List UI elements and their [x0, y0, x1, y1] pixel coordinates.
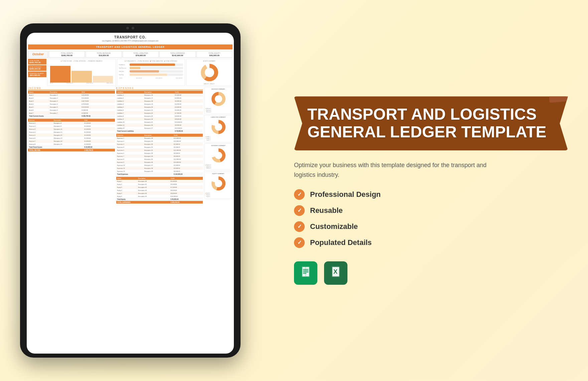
col-description: Description — [53, 119, 84, 122]
month-cell: October — [28, 51, 48, 58]
features-list: Professional Design Reusable Customizabl… — [294, 189, 568, 248]
liab-donut — [205, 119, 231, 135]
hbar-row-3: Total Liab. — [119, 70, 183, 73]
total-equity-cell: TOTAL EQUITY $45,000.00 — [196, 51, 233, 58]
bar-group-2 — [71, 71, 92, 83]
revenue-value: $19,000.00 — [87, 54, 120, 56]
feature-label-3: Customizable — [310, 222, 358, 231]
col-assets: Assets — [28, 91, 49, 94]
total-expenses-cell: TOTAL EXPENSES $142,000.00 — [159, 51, 195, 58]
table-row: Liabilities 6Description 21$ 6,000.00 — [116, 109, 203, 112]
spreadsheet-content: TRANSPORT CO. Los Angeles, CA 90011 | 22… — [27, 33, 234, 354]
balance-metric: REMAINING BALANCE -$64,300.00 — [28, 72, 46, 77]
exp-chart-title: EXPENSES SUMMARY — [205, 145, 231, 146]
table-row: Liabilities 2Description 17$ 3,000.00 — [116, 97, 203, 100]
table-row: Expenses 4Description 31$ 6,000.00 — [116, 146, 203, 149]
table-row: Expenses 8Description 35$ 12,000.00 — [116, 158, 203, 161]
donut-chart-box: ASSETS SUMMARY ■ Asset 1 ■ Asset 2 — [186, 59, 233, 86]
svg-point-14 — [216, 181, 221, 186]
balance-metric-label: REMAINING BALANCE — [29, 73, 45, 74]
income-section: INCOME Assets Description Debit Asset 1D… — [28, 87, 115, 204]
hbar-row-4: Total Exp. — [119, 74, 183, 76]
table-row: Asset 4Description 4$ 78,450.00 — [28, 103, 115, 106]
hbar-x-labels: $0.00$50,000.00$100,000.00$150,000.00 — [118, 78, 184, 79]
table-row: Revenue 5Description 12$ 2,000.00 — [28, 134, 115, 137]
eq-legend: ■ Equity 1 ■ Equity 2 ■ Equity 3 — [205, 193, 231, 197]
table-row: Equity 2Description 41$ 6,000.00 — [116, 183, 203, 186]
revenue-summary-chart: REVENUE SUMMARY ■ Revenue 1 ■ Revenue 2 — [204, 87, 233, 114]
revenue-table: Revenue Description Debit Revenue 1Descr… — [28, 119, 115, 152]
donut-title: ASSETS SUMMARY — [187, 60, 231, 62]
table-row: Expenses 12Description 39$ 4,000.00 — [116, 170, 203, 173]
svg-point-8 — [216, 124, 221, 130]
hbar-row-1: Total Assets — [119, 64, 183, 66]
check-icon-1 — [294, 189, 305, 200]
table-row: Expenses 10Description 37$ 3,000.00 — [116, 164, 203, 167]
table-row: Asset 1Description 1$ 25,000.00 — [28, 94, 115, 97]
equity-table: Equity Description Credit Equity 1Descri… — [116, 177, 203, 204]
col-credit: Credit — [173, 134, 203, 137]
table-row: Equity 4Description 43$ 8,000.00 — [116, 189, 203, 192]
app-icons-row: X — [294, 261, 568, 285]
rev-chart-title: REVENUE SUMMARY — [205, 88, 231, 90]
table-row: Asset 5Description 5$ 10,000.00 — [28, 106, 115, 109]
title-banner: TRANSPORT AND LOGISTICS GENERAL LEDGER T… — [294, 96, 568, 150]
metrics-column: TOTAL INCOME $200,700.00 TOTAL EXPENSES … — [28, 59, 46, 86]
col-description: Description — [143, 91, 174, 94]
feature-item-4: Populated Details — [294, 237, 568, 248]
col-credit: Credit — [174, 91, 203, 94]
main-title: TRANSPORT AND LOGISTICS GENERAL LEDGER T… — [307, 106, 555, 141]
svg-point-5 — [216, 96, 221, 102]
tablet-camera — [126, 27, 134, 29]
table-row: Revenue 8Description 15$ 2,000.00 — [28, 143, 115, 146]
table-row: Revenue 3Description 10$ 2,000.00 — [28, 128, 115, 131]
liabilities-summary-chart: LIABILITIES SUMMARY ■ Liabilit. 1 ■ Liab… — [204, 115, 233, 142]
assets-value: $180,700.00 — [50, 54, 84, 56]
liabilities-label: TOTAL LIABILITIES — [124, 52, 157, 54]
bar-x-labels: $0.00$100,000.00$200,000.00$300,000.00 — [49, 83, 115, 84]
table-row: Revenue 2Description 9$ 2,000.00 — [28, 125, 115, 128]
equity-label: TOTAL EQUITY — [198, 52, 231, 54]
donut-legend: ■ Asset 1 ■ Asset 2 — [187, 83, 231, 85]
expenses-value: $142,000.00 — [161, 54, 194, 56]
svg-text:X: X — [333, 268, 337, 275]
liab-donut-svg — [210, 119, 227, 135]
col-debit: Debit — [81, 91, 115, 94]
table-row: Equity 3Description 42$ 7,000.00 — [116, 186, 203, 189]
donut-container — [187, 62, 231, 83]
main-tables-area: INCOME Assets Description Debit Asset 1D… — [28, 87, 233, 204]
rev-donut-svg — [210, 91, 227, 107]
bar-income — [50, 66, 70, 83]
bar-chart — [49, 62, 115, 83]
check-icon-2 — [294, 205, 305, 216]
col-description: Description — [143, 134, 173, 137]
col-credit: Credit — [170, 177, 203, 180]
right-panel: TRANSPORT AND LOGISTICS GENERAL LEDGER T… — [267, 96, 568, 284]
table-row: Liabilities 4Description 19$ 4,000.00 — [116, 103, 203, 106]
liabilities-value: $78,000.00 — [124, 54, 157, 56]
google-sheets-icon[interactable] — [294, 261, 317, 285]
col-equity: Equity — [116, 177, 137, 180]
expenses-table: Expenses Description Credit Expenses 1De… — [116, 134, 203, 176]
bar-chart-legend: ■ TOTAL INCOME ■ TOTAL EXPENSES ■ REMAIN… — [49, 60, 115, 62]
bar-group-3 — [93, 76, 113, 83]
excel-icon[interactable]: X — [324, 261, 347, 285]
total-liabilities-row: Total Current Liabilities $ 78,000.00 — [116, 130, 203, 133]
income-section-label: INCOME — [28, 87, 115, 90]
feature-label-2: Reusable — [310, 206, 343, 215]
table-row: Asset 2Description 2$ 15,000.00 — [28, 97, 115, 100]
camera-dot — [126, 27, 129, 29]
sheets-letter — [300, 266, 312, 280]
description-text: Optimize your business with this templat… — [294, 160, 494, 180]
feature-label-1: Professional Design — [310, 190, 381, 199]
equity-value: $45,000.00 — [198, 54, 231, 56]
table-row: Revenue 6Description 13$ 2,000.00 — [28, 137, 115, 140]
feature-item-3: Customizable — [294, 221, 568, 232]
total-revenue-cell: TOTAL REVENUE $19,000.00 — [86, 51, 122, 58]
balance-metric-value: -$64,300.00 — [29, 74, 45, 76]
expenses-summary-chart: EXPENSES SUMMARY ■ Expense 1 ■ Expense 2 — [204, 143, 233, 170]
table-row: Expenses 6Description 36$ 8,000.00 — [116, 152, 203, 155]
title-line2: GENERAL LEDGER TEMPLATE — [307, 123, 547, 141]
table-row: Equity 1Description 40$ 5,000.00 — [116, 180, 203, 183]
total-expenses-row: Total Expenses $ 142,000.00 — [116, 173, 203, 176]
